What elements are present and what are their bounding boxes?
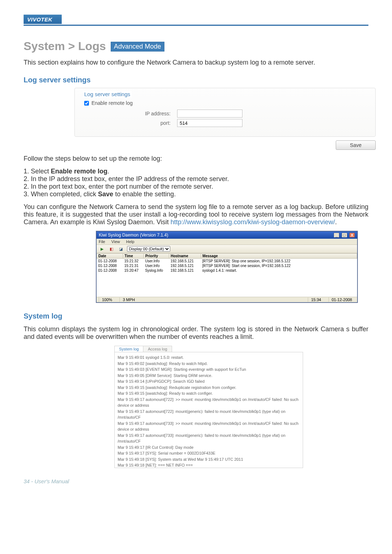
log-server-panel: Log server settings Enable remote log IP… [74,88,376,150]
steps-list: 1. Select Enable remote log. 2. In the I… [24,168,368,198]
log-line: Mar 9 15:49:15 [swatchdog]: Ready to wat… [118,390,300,397]
log-line: Mar 9 15:49:01 syslogd 1.5.0: restart. [118,354,300,361]
log-line: Mar 9 15:49:17 automount[733]: mount(gen… [118,432,300,444]
table-row: 01-12-200815:21:32User.Info192.168.5.121… [97,259,357,264]
syslog-desc: This column displays the system log in c… [24,325,368,341]
tab-system-log[interactable]: System log [114,346,143,352]
log-line: Mar 9 15:49:03 [EVENT MGR]: Starting eve… [118,366,300,373]
system-log-textarea[interactable]: Mar 9 15:49:01 syslogd 1.5.0: restart. M… [114,352,303,468]
page-title: System > Logs Advanced Mode [24,40,368,53]
menu-file[interactable]: File [99,239,105,244]
table-row: 01-12-200815:21:31User.Info192.168.5.121… [97,263,357,268]
log-line: Mar 9 15:49:15 [swatchdog]: Reduplicate … [118,385,300,391]
log-line: Mar 9 15:49:02 [swatchdog]: Ready to wat… [118,361,300,367]
minimize-icon[interactable]: _ [334,233,339,238]
ip-address-label: IP address: [83,111,177,116]
tab-access-log[interactable]: Access log [143,346,172,352]
section-heading-logserver: Log server settings [24,76,368,84]
kiwi-title-text: Kiwi Syslog Daemon (Version 7.1.4) [99,233,168,238]
kiwi-link[interactable]: http://www.kiwisyslog.com/kiwi-syslog-da… [171,218,335,226]
system-log-panel: System log Access log Mar 9 15:49:01 sys… [114,346,303,468]
kiwi-window: Kiwi Syslog Daemon (Version 7.1.4) _ □ X… [96,231,358,303]
log-line: Mar 9 15:49:17 [IR Cut Control]: Day mod… [118,444,300,451]
mode-badge: Advanced Mode [111,42,164,52]
log-line: Mar 9 15:49:17 automount[722]: mount(gen… [118,409,300,420]
log-line: Mar 9 15:49:05 [DRM Service]: Starting D… [118,373,300,379]
page-footer: 34 - User's Manual [24,478,368,484]
port-label: port: [83,120,177,126]
table-row: 01-12-200815:20:47Syslog.Info192.168.5.1… [97,268,357,273]
menu-help[interactable]: Help [126,239,135,244]
palette-icon[interactable]: ◪ [118,246,124,252]
follow-paragraph: Follow the steps below to set up the rem… [24,155,368,163]
log-line: Mar 9 15:49:17 [SYS]: Serial number = 00… [118,450,300,456]
kiwi-paragraph: You can configure the Network Camera to … [24,203,368,226]
log-line: Mar 9 15:49:18 [NET]: === NET INFO === [118,462,300,468]
kiwi-status-bar: 100% 3 MPH 15:34 01-12-2008 [97,297,357,302]
menu-view[interactable]: View [111,239,120,244]
play-icon[interactable]: ▶ [99,246,105,252]
ip-address-input[interactable] [177,110,242,118]
enable-remote-log-label: Enable remote log [91,100,133,106]
tool-icon[interactable]: ◧ [108,246,115,252]
brand-bar: VIVOTEK [24,15,368,26]
save-button[interactable]: Save [336,140,376,150]
kiwi-menu-bar: File View Help [97,239,357,245]
fieldset-legend: Log server settings [83,91,132,97]
kiwi-table: Date Time Priority Hostname Message 01-1… [97,253,357,297]
close-icon[interactable]: X [349,233,355,238]
title-text: System > Logs [24,40,106,53]
intro-paragraph: This section explains how to configure t… [24,59,368,66]
maximize-icon[interactable]: □ [342,233,347,238]
log-line: Mar 9 15:49:18 [SYS]: System starts at W… [118,456,300,463]
brand-logo: VIVOTEK [24,15,62,24]
port-input[interactable] [177,119,242,127]
display-select[interactable]: Display 00 (Default) [127,246,170,252]
section-heading-syslog: System log [24,312,368,320]
log-line: Mar 9 15:49:14 [UPnPIGDCP]: Search IGD f… [118,378,300,385]
log-line: Mar 9 15:49:17 automount[722]: >> mount:… [118,397,300,409]
log-line: Mar 9 15:49:17 automount[733]: >> mount:… [118,420,300,432]
enable-remote-log-checkbox[interactable] [84,101,89,106]
